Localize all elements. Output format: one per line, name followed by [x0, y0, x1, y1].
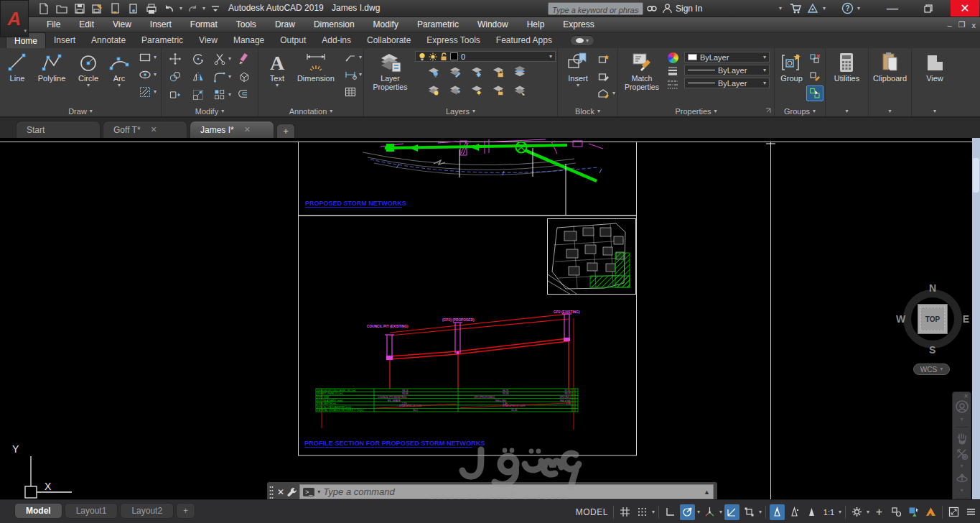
menu-tools[interactable]: Tools	[227, 17, 266, 32]
application-menu-button[interactable]: A▾	[0, 0, 29, 37]
command-customize-wrench-icon[interactable]	[287, 487, 297, 497]
file-tab-james[interactable]: James I*✕	[190, 121, 274, 138]
annotation-autoscale-toggle[interactable]	[787, 504, 802, 520]
zoom-extents-icon[interactable]	[956, 448, 969, 460]
layer-match-button[interactable]	[447, 82, 464, 98]
layer-states-button[interactable]	[511, 64, 528, 80]
tab-parametric[interactable]: Parametric	[134, 32, 191, 48]
object-color-wheel-icon[interactable]	[664, 52, 681, 63]
wcs-menu[interactable]: WCS▾	[913, 364, 950, 375]
object-color-select[interactable]: ByLayer▾	[684, 52, 770, 63]
layer-freeze-button[interactable]	[468, 64, 485, 80]
tab-view[interactable]: View	[191, 32, 225, 48]
group-button[interactable]: Group	[778, 50, 805, 83]
rotate-button[interactable]	[190, 51, 207, 67]
panel-title-layers[interactable]: Layers▾	[364, 106, 557, 116]
layer-unlock-all-button[interactable]	[490, 82, 507, 98]
utilities-button[interactable]: Utilities	[834, 50, 859, 83]
ortho-mode-toggle[interactable]	[663, 504, 678, 520]
layer-edit-button[interactable]	[447, 64, 464, 80]
layout-tab-model[interactable]: Model	[14, 503, 62, 519]
mirror-button[interactable]	[190, 69, 207, 85]
doc-close-icon[interactable]: x	[972, 21, 976, 29]
menu-dimension[interactable]: Dimension	[304, 17, 364, 32]
layer-select[interactable]: 0 ▾	[415, 51, 556, 62]
new-drawing-tab-button[interactable]: +	[276, 124, 295, 138]
restore-button[interactable]	[916, 0, 941, 17]
command-input[interactable]	[323, 486, 701, 497]
panel-title-annotation[interactable]: Annotation▾	[258, 106, 363, 116]
layer-paint-button[interactable]	[511, 82, 528, 98]
grid-display-toggle[interactable]	[617, 504, 633, 520]
dimension-button[interactable]: Dimension	[294, 50, 337, 83]
menu-insert[interactable]: Insert	[141, 17, 181, 32]
fillet-dropdown-icon[interactable]: ▾	[228, 74, 231, 80]
file-tab-goff[interactable]: Goff T*✕	[103, 121, 187, 138]
erase-button[interactable]	[235, 51, 253, 67]
hardware-accel-warning[interactable]	[923, 504, 938, 520]
command-grip-handle[interactable]	[269, 485, 274, 499]
search-icon[interactable]	[646, 3, 658, 14]
move-button[interactable]	[167, 51, 184, 67]
panel-title-view[interactable]: ▾	[912, 106, 958, 116]
isolate-objects-button[interactable]	[889, 504, 904, 520]
text-button[interactable]: A Text▾	[264, 50, 290, 88]
ellipse-dropdown-icon[interactable]: ▾	[154, 72, 157, 78]
tab-featured-apps[interactable]: Featured Apps	[488, 32, 560, 48]
store-cart-icon[interactable]	[790, 3, 801, 14]
layer-off-button[interactable]	[425, 64, 442, 80]
layer-properties-button[interactable]: Layer Properties	[368, 50, 412, 91]
navigation-bar[interactable]: ✕ ▾ ▾ ▾ ⊖	[952, 392, 971, 499]
scrollbar-thumb[interactable]	[973, 158, 979, 193]
annotation-scale-monitor[interactable]	[804, 504, 819, 520]
menu-edit[interactable]: Edit	[70, 17, 103, 32]
viewcube-north[interactable]: N	[929, 282, 936, 294]
view-panel-button[interactable]: View	[923, 50, 946, 83]
trim-button[interactable]	[211, 51, 228, 67]
tab-annotate[interactable]: Annotate	[83, 32, 134, 48]
panel-title-modify[interactable]: Modify▾	[162, 106, 258, 116]
isodraft-dropdown-icon[interactable]: ▾	[719, 509, 722, 515]
line-button[interactable]: Line	[4, 50, 30, 83]
create-block-button[interactable]	[595, 51, 612, 67]
annotation-scale-select[interactable]: 1:1	[821, 504, 836, 520]
minimize-button[interactable]: —	[880, 0, 905, 17]
annotation-visibility-toggle[interactable]	[770, 504, 785, 520]
orbit-icon[interactable]	[956, 472, 969, 485]
command-history-dropdown-icon[interactable]: ▾	[317, 489, 320, 495]
command-bar[interactable]: ✕ >_ ▾ ▲	[267, 482, 717, 499]
hatch-dropdown-icon[interactable]: ▾	[154, 89, 157, 95]
ellipse-button[interactable]	[136, 67, 154, 83]
navigation-wheel-icon[interactable]	[955, 399, 969, 414]
panel-title-draw[interactable]: Draw▾	[0, 106, 161, 116]
polar-tracking-toggle[interactable]	[680, 504, 695, 520]
ungroup-button[interactable]	[806, 51, 823, 67]
group-edit-button[interactable]	[806, 68, 823, 84]
menu-file[interactable]: File	[37, 17, 70, 32]
save-as-icon[interactable]	[90, 1, 106, 16]
annotation-monitor-plus[interactable]: +	[872, 504, 887, 520]
command-input-field[interactable]: >_ ▾ ▲	[299, 484, 714, 499]
undo-icon[interactable]	[162, 1, 177, 16]
search-box[interactable]	[548, 2, 643, 15]
object-snap-toggle[interactable]	[742, 504, 757, 520]
circle-button[interactable]: Circle▾	[73, 50, 103, 88]
help-icon[interactable]: ?	[841, 2, 854, 14]
arc-button[interactable]: Arc▾	[106, 50, 132, 88]
panel-title-properties[interactable]: Properties▾	[618, 106, 774, 116]
dim-style-dropdown-icon[interactable]: ▾	[359, 72, 362, 78]
doc-restore-icon[interactable]: ❐	[958, 20, 966, 29]
layout-tab-layout2[interactable]: Layout2	[120, 503, 174, 519]
layer-thaw-all-button[interactable]	[468, 82, 485, 98]
pan-hand-icon[interactable]	[956, 432, 969, 445]
sign-in-label[interactable]: Sign In	[676, 4, 702, 14]
linetype-select[interactable]: ByLayer▾	[684, 78, 770, 88]
menu-modify[interactable]: Modify	[364, 17, 408, 32]
copy-button[interactable]	[167, 69, 184, 85]
rectangle-dropdown-icon[interactable]: ▾	[154, 55, 157, 60]
edit-block-button[interactable]	[595, 68, 612, 84]
a360-dropdown-icon[interactable]: ▾	[823, 6, 826, 11]
attributes-dropdown-icon[interactable]: ▾	[612, 91, 615, 96]
graphics-performance-button[interactable]	[906, 504, 921, 520]
viewcube-west[interactable]: W	[896, 313, 905, 325]
